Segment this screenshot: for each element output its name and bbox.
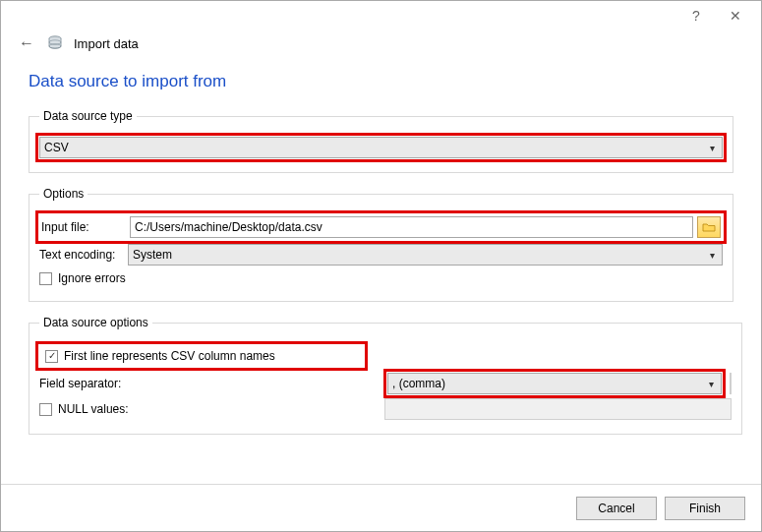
input-file-value: C:/Users/machine/Desktop/data.csv (135, 220, 322, 234)
finish-button[interactable]: Finish (665, 497, 745, 520)
text-encoding-row: Text encoding: System ▾ (39, 244, 723, 266)
group-data-source-type: Data source type CSV ▾ (29, 109, 733, 173)
header-row: ← Import data (1, 30, 761, 60)
field-separator-combo[interactable]: , (comma) ▾ (387, 373, 722, 394)
cancel-button[interactable]: Cancel (576, 497, 657, 520)
input-file-field[interactable]: C:/Users/machine/Desktop/data.csv (130, 216, 693, 238)
close-button[interactable]: ✕ (716, 4, 755, 28)
group-data-source-options: Data source options First line represent… (29, 316, 742, 435)
database-icon (46, 34, 64, 52)
field-separator-label: Field separator: (39, 377, 383, 390)
chevron-down-icon: ▾ (709, 379, 717, 389)
titlebar: ? ✕ (1, 1, 761, 30)
null-values-label: NULL values: (58, 402, 129, 416)
field-separator-row: Field separator: , (comma) ▾ (39, 373, 732, 394)
first-line-label: First line represents CSV column names (64, 349, 275, 363)
ignore-errors-label: Ignore errors (58, 271, 126, 285)
data-source-type-combo[interactable]: CSV ▾ (39, 137, 723, 158)
data-source-type-value: CSV (44, 141, 69, 154)
ignore-errors-row: Ignore errors (39, 271, 723, 285)
first-line-row: First line represents CSV column names (39, 345, 364, 367)
field-separator-extra[interactable] (730, 373, 732, 394)
chevron-down-icon: ▾ (710, 250, 718, 261)
text-encoding-combo[interactable]: System ▾ (128, 244, 723, 266)
header-title: Import data (74, 36, 139, 51)
null-values-row: NULL values: (39, 398, 732, 420)
input-file-label: Input file: (41, 220, 130, 234)
folder-icon (702, 221, 716, 233)
field-separator-value: , (comma) (392, 377, 445, 390)
first-line-checkbox[interactable] (45, 350, 58, 363)
input-file-row: Input file: C:/Users/machine/Desktop/dat… (39, 214, 723, 240)
page-heading: Data source to import from (29, 72, 733, 91)
text-encoding-value: System (133, 248, 172, 262)
dialog-footer: Cancel Finish (1, 484, 761, 531)
content-area: Data source to import from Data source t… (1, 60, 761, 484)
ignore-errors-checkbox[interactable] (39, 272, 52, 285)
group-data-source-type-legend: Data source type (39, 109, 137, 123)
null-values-field[interactable] (384, 398, 732, 420)
chevron-down-icon: ▾ (710, 143, 718, 153)
null-values-checkbox[interactable] (39, 403, 52, 416)
back-arrow-icon[interactable]: ← (17, 34, 36, 52)
group-options-legend: Options (39, 187, 88, 201)
dialog-window: ? ✕ ← Import data Data source to import … (0, 0, 762, 532)
help-button[interactable]: ? (676, 4, 716, 28)
group-data-source-options-legend: Data source options (39, 316, 152, 329)
group-options: Options Input file: C:/Users/machine/Des… (29, 187, 733, 302)
browse-file-button[interactable] (697, 216, 721, 238)
text-encoding-label: Text encoding: (39, 248, 128, 262)
